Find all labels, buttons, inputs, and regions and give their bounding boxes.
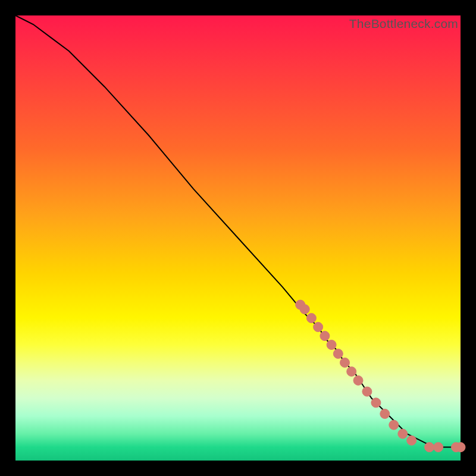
chart-frame: TheBottleneck.com	[15, 15, 461, 461]
data-marker	[389, 420, 399, 430]
data-marker	[353, 375, 363, 385]
data-marker	[300, 305, 309, 314]
data-marker	[362, 387, 372, 396]
data-markers	[296, 300, 465, 452]
data-marker	[347, 367, 356, 376]
data-marker	[371, 398, 381, 408]
data-marker	[456, 443, 465, 452]
data-marker	[407, 436, 416, 445]
data-marker	[380, 409, 390, 419]
data-marker	[333, 349, 343, 359]
data-marker	[425, 443, 434, 452]
chart-svg	[15, 15, 461, 461]
data-marker	[340, 358, 350, 367]
data-marker	[434, 443, 443, 452]
data-marker	[306, 314, 316, 323]
bottleneck-curve	[15, 15, 461, 447]
data-marker	[320, 331, 330, 341]
data-marker	[398, 429, 408, 439]
data-marker	[327, 340, 336, 350]
data-marker	[314, 322, 323, 332]
